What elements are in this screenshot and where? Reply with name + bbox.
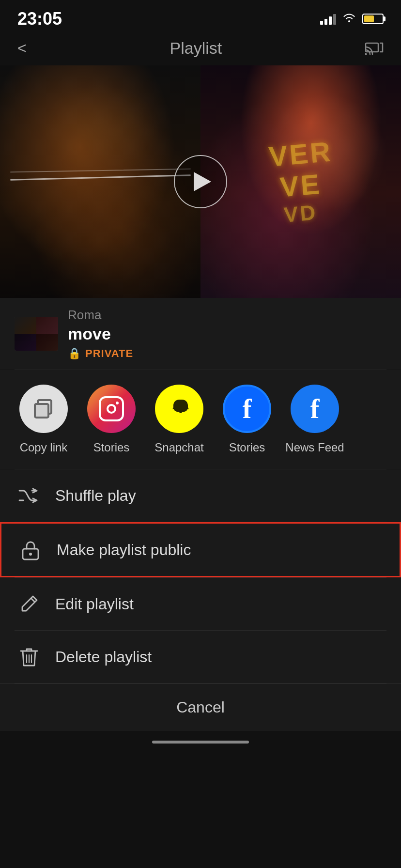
play-button[interactable]	[174, 155, 227, 208]
fb-stories-label: Stories	[229, 441, 265, 454]
edit-playlist-label: Edit playlist	[55, 595, 134, 613]
make-public-label: Make playlist public	[57, 541, 191, 559]
menu-section: Shuffle play Make playlist public Edit p…	[0, 469, 401, 731]
menu-edit-playlist[interactable]: Edit playlist	[0, 578, 401, 630]
back-button[interactable]: <	[17, 39, 27, 57]
shuffle-play-label: Shuffle play	[55, 487, 136, 505]
nav-bar: < Playlist	[0, 34, 401, 65]
playlist-creator: Roma	[68, 308, 386, 323]
cancel-section: Cancel	[0, 683, 401, 731]
menu-delete-playlist[interactable]: Delete playlist	[0, 631, 401, 683]
playlist-name: move	[68, 325, 386, 343]
share-row: Copy link Stories Snapchat f Stories	[0, 370, 401, 469]
instagram-icon	[87, 385, 136, 433]
share-snapchat[interactable]: Snapchat	[145, 385, 213, 454]
delete-playlist-label: Delete playlist	[55, 648, 152, 666]
snapchat-label: Snapchat	[154, 441, 203, 454]
home-indicator-bar	[152, 741, 249, 744]
instagram-stories-label: Stories	[93, 441, 130, 454]
cancel-button[interactable]: Cancel	[176, 698, 225, 716]
fb-feed-icon: f	[291, 385, 339, 433]
visibility-label: PRIVATE	[85, 347, 133, 360]
playlist-thumbnail	[15, 317, 58, 351]
play-icon	[194, 172, 211, 191]
menu-shuffle-play[interactable]: Shuffle play	[0, 469, 401, 522]
fb-stories-icon: f	[223, 385, 271, 433]
playlist-artwork: VER VE VD	[0, 65, 401, 298]
lock-icon: 🔒	[68, 347, 81, 360]
shuffle-icon	[17, 484, 41, 507]
status-time: 23:05	[17, 9, 62, 29]
svg-point-1	[365, 53, 367, 55]
playlist-info: Roma move 🔒 PRIVATE	[0, 298, 401, 370]
menu-make-public[interactable]: Make playlist public	[0, 522, 401, 577]
delete-icon	[17, 645, 41, 668]
playlist-visibility: 🔒 PRIVATE	[68, 347, 386, 360]
bottom-indicator	[0, 731, 401, 758]
svg-rect-3	[35, 404, 48, 418]
status-icons	[320, 13, 384, 25]
share-copy-link[interactable]: Copy link	[10, 385, 77, 454]
share-fb-stories[interactable]: f Stories	[213, 385, 281, 454]
share-instagram-stories[interactable]: Stories	[77, 385, 145, 454]
share-fb-newsfeed[interactable]: f News Feed	[281, 385, 349, 454]
battery-icon	[362, 14, 384, 24]
fb-feed-label: News Feed	[285, 441, 344, 454]
copy-link-label: Copy link	[20, 441, 68, 454]
signal-icon	[320, 13, 336, 25]
status-bar: 23:05	[0, 0, 401, 34]
copy-link-icon	[19, 385, 68, 433]
edit-icon	[17, 592, 41, 616]
page-title: Playlist	[170, 39, 222, 58]
snapchat-icon	[155, 385, 203, 433]
cast-icon[interactable]	[365, 40, 384, 57]
make-public-icon	[19, 538, 42, 561]
wifi-icon	[343, 13, 355, 25]
svg-point-5	[29, 553, 32, 556]
